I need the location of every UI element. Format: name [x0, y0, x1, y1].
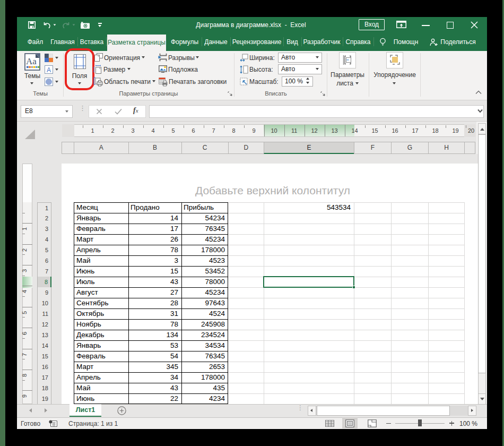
svg-text:A: A	[47, 66, 51, 74]
svg-text:Aa: Aa	[26, 56, 37, 66]
